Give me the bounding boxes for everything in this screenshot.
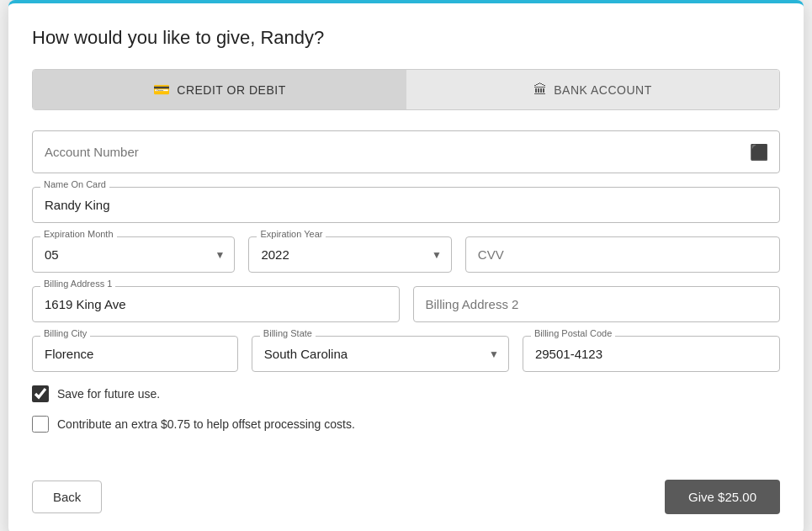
billing-address2-input[interactable] xyxy=(413,286,781,322)
payment-modal: How would you like to give, Randy? 💳 CRE… xyxy=(8,0,804,531)
name-on-card-input[interactable] xyxy=(32,187,780,223)
account-number-field-wrap: ⬛ xyxy=(32,130,780,173)
page-title: How would you like to give, Randy? xyxy=(32,27,780,49)
expiration-month-wrap: Expiration Month 05 01 02 03 04 06 07 08… xyxy=(32,236,235,273)
billing-city-state-zip-row: Billing City Billing State South Carolin… xyxy=(32,336,780,372)
billing-state-wrap: Billing State South Carolina Alabama Geo… xyxy=(252,336,509,372)
back-button[interactable]: Back xyxy=(32,481,102,513)
payment-tab-group: 💳 CREDIT OR DEBIT 🏛 BANK ACCOUNT xyxy=(32,69,780,110)
give-button[interactable]: Give $25.00 xyxy=(665,480,780,514)
cvv-input[interactable] xyxy=(465,236,780,273)
bank-icon: 🏛 xyxy=(533,82,548,98)
billing-address2-wrap xyxy=(413,286,781,322)
cvv-wrap xyxy=(465,236,780,273)
billing-zip-input[interactable] xyxy=(523,336,780,372)
save-future-row: Save for future use. xyxy=(32,385,780,402)
account-number-input[interactable] xyxy=(32,130,780,173)
expiry-group: Expiration Month 05 01 02 03 04 06 07 08… xyxy=(32,236,452,273)
offset-costs-label[interactable]: Contribute an extra $0.75 to help offset… xyxy=(57,417,355,431)
billing-address1-input[interactable] xyxy=(32,286,400,322)
tab-credit-debit-label: CREDIT OR DEBIT xyxy=(177,83,285,97)
credit-card-icon: 💳 xyxy=(153,82,171,98)
name-on-card-wrap: Name On Card xyxy=(32,187,780,223)
expiration-month-select[interactable]: 05 01 02 03 04 06 07 08 09 10 11 12 xyxy=(32,236,235,273)
billing-zip-wrap: Billing Postal Code xyxy=(523,336,780,372)
tab-credit-debit[interactable]: 💳 CREDIT OR DEBIT xyxy=(33,70,406,109)
tab-bank-account[interactable]: 🏛 BANK ACCOUNT xyxy=(406,70,780,109)
expiration-year-select[interactable]: 2022 2023 2024 2025 xyxy=(248,236,451,273)
save-future-checkbox[interactable] xyxy=(32,385,49,402)
billing-city-input[interactable] xyxy=(32,336,238,372)
offset-costs-row: Contribute an extra $0.75 to help offset… xyxy=(32,416,780,433)
tab-bank-account-label: BANK ACCOUNT xyxy=(554,83,651,97)
billing-state-select[interactable]: South Carolina Alabama Georgia North Car… xyxy=(252,336,509,372)
billing-city-wrap: Billing City xyxy=(32,336,238,372)
footer: Back Give $25.00 xyxy=(8,466,804,531)
save-future-label[interactable]: Save for future use. xyxy=(57,387,160,401)
offset-costs-checkbox[interactable] xyxy=(32,416,49,433)
expiration-year-wrap: Expiration Year 2022 2023 2024 2025 ▼ xyxy=(248,236,451,273)
billing-address1-wrap: Billing Address 1 xyxy=(32,286,400,322)
